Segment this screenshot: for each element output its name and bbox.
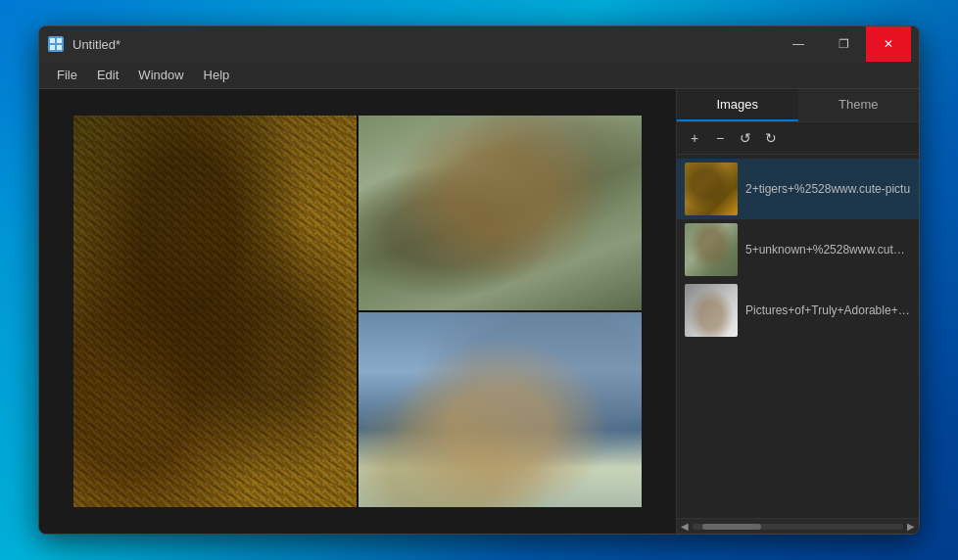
title-bar-controls: — ❐ ✕: [776, 26, 911, 62]
svg-rect-3: [50, 45, 55, 50]
grid-cell-fox: [359, 312, 642, 507]
image-grid: [73, 116, 642, 507]
list-item[interactable]: Pictures+of+Truly+Adorable+An: [677, 280, 919, 341]
grid-cell-cub: [359, 116, 642, 310]
remove-image-button[interactable]: −: [708, 126, 732, 150]
add-image-button[interactable]: +: [683, 126, 706, 150]
grid-cell-tiger: [73, 116, 357, 507]
thumbnail: [685, 284, 738, 337]
maximize-button[interactable]: ❐: [821, 26, 866, 62]
menu-bar: File Edit Window Help: [39, 62, 919, 89]
thumbnail: [685, 163, 738, 215]
scroll-track[interactable]: [693, 524, 903, 530]
panel-tabs: Images Theme: [677, 89, 919, 122]
svg-rect-2: [57, 38, 62, 43]
svg-rect-1: [50, 38, 55, 43]
menu-edit[interactable]: Edit: [87, 64, 128, 86]
menu-help[interactable]: Help: [194, 64, 240, 86]
scroll-left-arrow[interactable]: ◀: [681, 521, 689, 532]
title-bar-left: Untitled*: [47, 35, 120, 53]
image-name: 5+unknown+%2528www.cute-pi: [745, 243, 911, 257]
scroll-thumb[interactable]: [702, 524, 761, 530]
list-item[interactable]: 5+unknown+%2528www.cute-pi: [677, 219, 919, 280]
image-name: Pictures+of+Truly+Adorable+An: [745, 303, 911, 317]
app-window: Untitled* — ❐ ✕ File Edit Window Help Im: [38, 25, 920, 535]
scroll-right-arrow[interactable]: ▶: [907, 521, 915, 532]
menu-file[interactable]: File: [47, 64, 87, 86]
tab-images[interactable]: Images: [677, 89, 798, 121]
refresh1-button[interactable]: ↺: [734, 126, 757, 150]
app-icon: [47, 35, 65, 53]
close-button[interactable]: ✕: [866, 26, 911, 62]
image-name: 2+tigers+%2528www.cute-pictu: [745, 182, 911, 196]
window-title: Untitled*: [72, 37, 120, 52]
panel-toolbar: + − ↺ ↻: [677, 122, 919, 155]
canvas-area[interactable]: [39, 89, 676, 534]
list-item[interactable]: 2+tigers+%2528www.cute-pictu: [677, 159, 919, 219]
tab-theme[interactable]: Theme: [798, 89, 920, 121]
minimize-button[interactable]: —: [776, 26, 821, 62]
right-panel: Images Theme + − ↺ ↻ 2+tigers+%2528www.c…: [676, 89, 919, 534]
thumbnail: [685, 223, 738, 276]
svg-rect-4: [57, 45, 62, 50]
refresh2-button[interactable]: ↻: [759, 126, 783, 150]
image-list[interactable]: 2+tigers+%2528www.cute-pictu 5+unknown+%…: [677, 155, 919, 518]
main-content: Images Theme + − ↺ ↻ 2+tigers+%2528www.c…: [39, 89, 919, 534]
menu-window[interactable]: Window: [128, 64, 193, 86]
title-bar: Untitled* — ❐ ✕: [39, 26, 919, 62]
panel-scrollbar: ◀ ▶: [677, 518, 919, 534]
